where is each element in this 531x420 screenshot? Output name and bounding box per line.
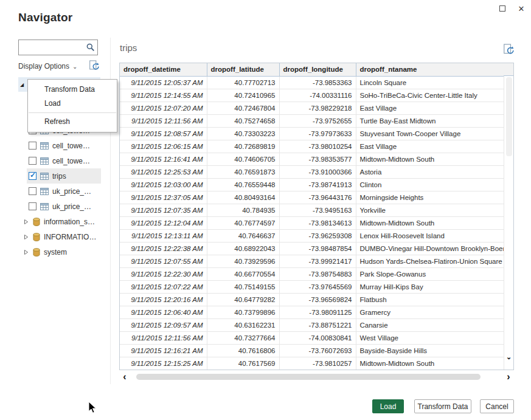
cell-dropoff-longitude: -73.88751221 (279, 318, 356, 331)
database-icon (33, 218, 40, 226)
cell-dropoff-longitude: -73.9752655 (279, 114, 356, 127)
database-icon (33, 248, 40, 256)
tree-item-table[interactable]: uk_price_… (27, 199, 101, 214)
search-icon[interactable] (84, 43, 97, 52)
table-row: 9/11/2015 12:06:15 AM 40.72689819 -73.98… (120, 140, 504, 153)
refresh-preview-icon[interactable] (503, 44, 515, 55)
tree-item-database[interactable]: information_s… (18, 214, 106, 229)
cell-dropoff-ntaname: DUMBO-Vinegar Hill-Downtown Brooklyn-Boe… (356, 242, 504, 255)
window-controls: ✕ (498, 4, 526, 13)
tree-item-label: cell_towe… (52, 142, 90, 150)
cell-dropoff-datetime: 9/11/2015 12:25:53 AM (120, 165, 207, 178)
cell-dropoff-longitude: -73.76072693 (279, 344, 356, 357)
cell-dropoff-datetime: 9/11/2015 12:06:15 AM (120, 140, 207, 153)
vertical-scrollbar[interactable]: ⌄ (504, 76, 513, 370)
cell-dropoff-ntaname: SoHo-TriBeCa-Civic Center-Little Italy (356, 89, 504, 102)
cell-dropoff-latitude: 40.7617569 (207, 357, 279, 370)
horizontal-scrollbar[interactable]: ‹ › (119, 371, 514, 382)
cell-dropoff-ntaname: Midtown-Midtown South (356, 357, 504, 370)
tree-item-label: trips (52, 172, 66, 181)
scroll-left-icon[interactable]: ‹ (119, 371, 130, 382)
table-row: 9/11/2015 12:07:35 AM 40.784935 -73.9495… (120, 204, 504, 216)
tree-item-label: uk_price_… (52, 187, 91, 196)
cell-dropoff-longitude: -73.98229218 (279, 102, 356, 114)
table-icon (40, 188, 49, 195)
cell-dropoff-latitude: 40.784935 (207, 204, 279, 216)
table-icon (40, 157, 49, 165)
cell-dropoff-datetime: 9/11/2015 12:37:05 AM (120, 191, 207, 204)
cell-dropoff-longitude: -73.9495163 (279, 204, 356, 216)
checkbox[interactable] (29, 172, 36, 180)
tree-item-label: system (44, 248, 67, 256)
cell-dropoff-ntaname: Yorkville (356, 204, 504, 216)
refresh-list-icon[interactable] (89, 60, 100, 71)
cell-dropoff-latitude: 40.77702713 (207, 76, 279, 89)
scroll-down-icon[interactable]: ⌄ (504, 353, 513, 361)
data-grid: dropoff_datetime dropoff_latitude dropof… (120, 63, 505, 370)
cell-dropoff-datetime: 9/11/2015 12:11:56 AM (120, 114, 207, 127)
tree-item-label: uk_price_… (52, 202, 91, 211)
maximize-button[interactable] (498, 4, 507, 13)
menu-item-transform-data[interactable]: Transform Data (28, 83, 117, 97)
cell-dropoff-latitude: 40.63162231 (207, 318, 279, 331)
vertical-scrollbar-thumb[interactable] (506, 77, 512, 156)
tree-item-table[interactable]: cell_towe… (27, 153, 101, 168)
context-menu: Transform Data Load Refresh (27, 79, 117, 133)
header-filler (504, 63, 513, 76)
table-row: 9/11/2015 12:06:40 AM 40.73799896 -73.98… (120, 306, 504, 318)
cell-dropoff-latitude: 40.72689819 (207, 140, 279, 153)
cell-dropoff-longitude: -73.91000366 (279, 165, 356, 178)
tree-item-label: information_s… (44, 218, 95, 226)
cancel-button[interactable]: Cancel (480, 399, 514, 413)
cell-dropoff-latitude: 40.68922043 (207, 242, 279, 255)
cell-dropoff-longitude: -73.98353577 (279, 153, 356, 165)
preview-table-body: 9/11/2015 12:05:37 AM 40.77702713 -73.98… (120, 76, 504, 370)
cell-dropoff-ntaname: Clinton (356, 178, 504, 191)
cell-dropoff-datetime: 9/11/2015 12:13:11 AM (120, 229, 207, 242)
checkbox[interactable] (29, 157, 36, 165)
cell-dropoff-datetime: 9/11/2015 12:20:16 AM (120, 293, 207, 306)
cell-dropoff-ntaname: Park Slope-Gowanus (356, 267, 504, 280)
checkbox[interactable] (29, 142, 36, 150)
menu-item-refresh[interactable]: Refresh (28, 115, 117, 129)
transform-data-button[interactable]: Transform Data (414, 399, 471, 413)
table-icon (40, 142, 49, 150)
display-options-dropdown[interactable]: Display Options ⌄ (18, 60, 100, 72)
table-icon (40, 203, 49, 210)
load-button[interactable]: Load (372, 399, 404, 413)
horizontal-scrollbar-thumb[interactable] (136, 374, 481, 380)
cell-dropoff-latitude: 40.76591873 (207, 165, 279, 178)
expand-arrow-icon[interactable] (24, 234, 29, 240)
cell-dropoff-datetime: 9/11/2015 12:07:55 AM (120, 255, 207, 267)
table-row: 9/11/2015 12:03:00 AM 40.76559448 -73.98… (120, 178, 504, 191)
cell-dropoff-datetime: 9/11/2015 12:11:56 AM (120, 331, 207, 344)
tree-item-table[interactable]: uk_price_… (27, 184, 101, 199)
menu-item-load[interactable]: Load (28, 97, 117, 111)
cell-dropoff-longitude: -73.97973633 (279, 127, 356, 140)
tree-item-label: cell_towe… (52, 157, 90, 165)
scroll-right-icon[interactable]: › (503, 371, 514, 382)
tree-item-table[interactable]: trips (27, 168, 101, 184)
tree-item-table[interactable]: cell_towe… (27, 138, 101, 153)
close-button[interactable]: ✕ (516, 4, 526, 13)
table-row: 9/11/2015 12:15:25 AM 40.7617569 -73.981… (120, 357, 504, 370)
expand-arrow-icon[interactable] (24, 219, 29, 225)
cell-dropoff-latitude: 40.73303223 (207, 127, 279, 140)
checkbox[interactable] (29, 187, 36, 195)
search-input[interactable] (19, 43, 84, 52)
column-header: dropoff_latitude (207, 63, 279, 76)
tree-item-database[interactable]: system (18, 244, 106, 260)
database-icon (33, 233, 40, 241)
checkbox[interactable] (29, 202, 36, 210)
cell-dropoff-longitude: -73.98134613 (279, 216, 356, 229)
table-row: 9/11/2015 12:14:55 AM 40.72410965 -74.00… (120, 89, 504, 102)
tree-item-database[interactable]: INFORMATIO… (18, 229, 106, 244)
cell-dropoff-latitude: 40.73799896 (207, 306, 279, 318)
table-row: 9/11/2015 12:37:05 AM 40.80493164 -73.96… (120, 191, 504, 204)
table-row: 9/11/2015 12:07:20 AM 40.72467804 -73.98… (120, 102, 504, 114)
table-row: 9/11/2015 12:22:38 AM 40.68922043 -73.98… (120, 242, 504, 255)
cell-dropoff-longitude: -73.9810257 (279, 357, 356, 370)
cell-dropoff-latitude: 40.64779282 (207, 293, 279, 306)
table-row: 9/11/2015 12:20:16 AM 40.64779282 -73.96… (120, 293, 504, 306)
expand-arrow-icon[interactable] (24, 249, 29, 255)
